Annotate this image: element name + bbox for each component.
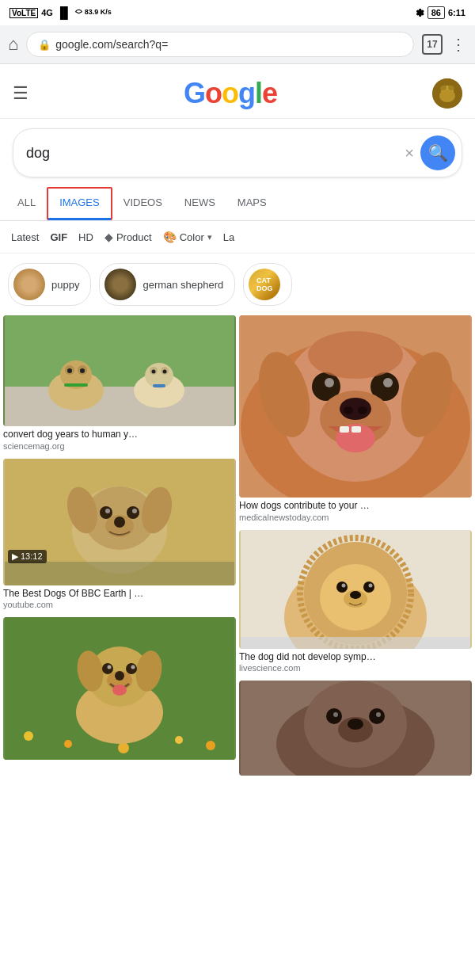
image-grid-right: How dogs contribute to your … medicalnew… [239, 315, 472, 776]
svg-point-74 [342, 583, 346, 587]
svg-point-35 [64, 740, 72, 748]
dog-img-6-svg [239, 681, 472, 776]
svg-rect-19 [64, 383, 88, 387]
filter-latest-label: Latest [11, 231, 39, 243]
svg-point-75 [369, 583, 373, 587]
image-item-4[interactable]: The dog did not develop symp… livescienc… [239, 530, 472, 678]
filter-gif-label: GIF [50, 231, 67, 243]
image-1-caption: convert dog years to human y… [3, 429, 236, 441]
tab-news[interactable]: NEWS [173, 187, 226, 220]
url-bar[interactable]: 🔒 google.com/search?q= [26, 32, 414, 57]
avatar[interactable] [432, 78, 462, 109]
image-1-source: sciencemag.org [3, 441, 236, 451]
logo-o1: o [205, 77, 222, 109]
dog-img-1-svg [3, 315, 236, 426]
browser-menu-icon[interactable]: ⋮ [450, 35, 467, 54]
network-label: 4G [41, 8, 53, 17]
status-right: ✽ 86 6:11 [416, 6, 466, 19]
logo-g: G [184, 77, 205, 109]
filter-latest[interactable]: Latest [10, 228, 40, 246]
home-icon[interactable]: ⌂ [8, 34, 18, 55]
suggestion-german-shepherd[interactable]: german shepherd [99, 263, 235, 306]
logo-e: e [262, 77, 277, 109]
image-item-3[interactable]: ▶ 13:12 The Best Dogs Of BBC Earth | … y… [3, 459, 236, 615]
search-query-text: dog [26, 145, 398, 162]
tab-maps[interactable]: MAPS [226, 187, 278, 220]
svg-point-58 [383, 378, 393, 387]
svg-point-84 [333, 712, 338, 717]
logo-l: l [255, 77, 262, 109]
google-logo: Google [184, 77, 277, 110]
tab-videos[interactable]: VIDEOS [112, 187, 173, 220]
suggestion-extra-img: CATDOG [249, 269, 280, 300]
svg-point-18 [163, 370, 167, 374]
svg-point-62 [358, 406, 367, 414]
image-item-5[interactable] [3, 617, 236, 760]
filter-product[interactable]: ◆ Product [103, 227, 154, 246]
suggestions-row: puppy german shepherd CATDOG [0, 254, 475, 315]
svg-rect-6 [5, 387, 234, 426]
svg-point-17 [152, 370, 156, 374]
filter-color-arrow: ▾ [207, 232, 212, 242]
filter-bar: Latest GIF HD ◆ Product 🎨 Color ▾ La [0, 221, 475, 254]
svg-point-57 [325, 378, 334, 387]
tab-images[interactable]: IMAGES [47, 187, 112, 220]
svg-point-61 [344, 406, 353, 414]
filter-la[interactable]: La [222, 228, 236, 246]
search-button[interactable]: 🔍 [420, 135, 455, 170]
svg-point-48 [115, 671, 124, 681]
image-item-2[interactable]: How dogs contribute to your … medicalnew… [239, 315, 472, 527]
filter-color-label: Color [180, 231, 204, 243]
google-header: ☰ Google [0, 64, 475, 119]
image-3-source: youtube.com [3, 600, 236, 609]
image-grid: convert dog years to human y… sciencemag… [0, 315, 475, 776]
svg-point-44 [126, 663, 137, 674]
svg-rect-32 [5, 562, 234, 585]
image-grid-left: convert dog years to human y… sciencemag… [3, 315, 236, 776]
svg-point-4 [439, 90, 455, 102]
image-item-6[interactable] [239, 681, 472, 776]
svg-rect-20 [153, 384, 165, 387]
search-box[interactable]: dog × 🔍 [13, 128, 462, 177]
play-icon: ▶ [12, 551, 18, 562]
filter-product-label: Product [116, 231, 152, 243]
filter-hd[interactable]: HD [77, 228, 95, 246]
image-4-caption: The dog did not develop symp… [239, 651, 472, 664]
svg-point-38 [206, 741, 215, 750]
video-badge: ▶ 13:12 [8, 550, 47, 563]
clear-search-icon[interactable]: × [398, 144, 420, 162]
svg-point-46 [131, 665, 135, 669]
image-3-caption: The Best Dogs Of BBC Earth | … [3, 588, 236, 601]
time-label: 6:11 [448, 8, 466, 17]
suggestion-puppy-img [13, 269, 45, 300]
hamburger-icon[interactable]: ☰ [13, 83, 28, 104]
svg-point-43 [102, 663, 113, 674]
svg-point-49 [112, 684, 127, 696]
svg-point-85 [376, 712, 381, 717]
browser-chrome: ⌂ 🔒 google.com/search?q= 17 ⋮ [0, 25, 475, 64]
suggestion-puppy[interactable]: puppy [8, 263, 91, 306]
tab-all[interactable]: ALL [6, 187, 47, 220]
suggestion-extra[interactable]: CATDOG [243, 263, 292, 306]
svg-rect-64 [340, 426, 349, 433]
lock-icon: 🔒 [38, 39, 51, 51]
dog-img-2-svg [239, 315, 472, 498]
suggestion-shepherd-img [104, 269, 136, 300]
image-2-source: medicalnewstoday.com [239, 513, 472, 522]
filter-gif[interactable]: GIF [48, 228, 69, 246]
battery-icon: 86 [428, 6, 445, 19]
svg-point-29 [114, 517, 125, 528]
speed-label: 83.9 K/s [85, 9, 112, 17]
svg-point-73 [363, 582, 374, 593]
svg-point-26 [105, 509, 110, 513]
dog-img-4-svg [239, 530, 472, 649]
svg-point-36 [118, 742, 129, 753]
filter-color[interactable]: 🎨 Color ▾ [162, 227, 214, 246]
svg-point-37 [175, 736, 183, 744]
suggestion-puppy-label: puppy [51, 279, 79, 291]
tab-count[interactable]: 17 [422, 34, 443, 55]
search-button-icon: 🔍 [428, 143, 448, 162]
search-box-container: dog × 🔍 [0, 119, 475, 187]
image-item-1[interactable]: convert dog years to human y… sciencemag… [3, 315, 236, 456]
svg-rect-65 [352, 426, 361, 433]
